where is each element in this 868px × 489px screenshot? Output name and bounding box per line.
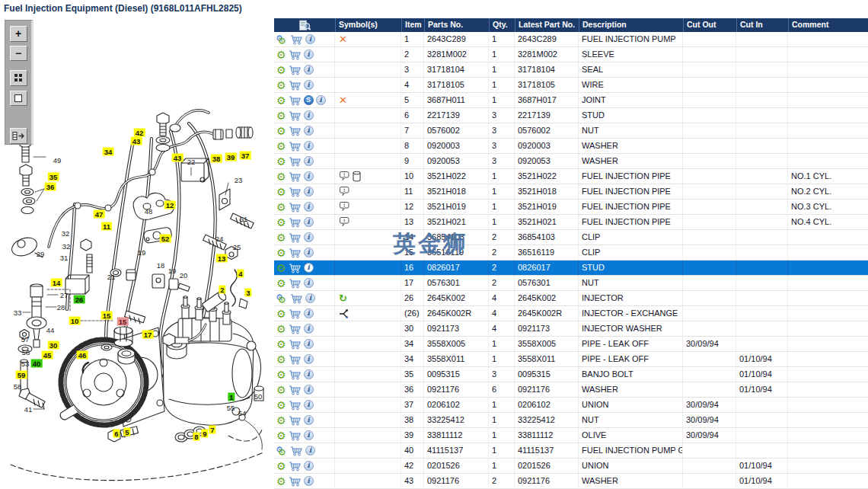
info-icon[interactable]: i: [304, 141, 314, 151]
table-row[interactable]: ⚙i9092005330920053WASHER: [274, 154, 868, 169]
table-row[interactable]: ⚙i7057600230576002NUT: [274, 123, 868, 139]
diagram-part-label[interactable]: 19: [167, 267, 178, 275]
gears-icon[interactable]: ⚙⚙: [276, 34, 288, 45]
diagram-part-label[interactable]: 49: [52, 156, 63, 165]
gear-icon[interactable]: ⚙: [276, 430, 286, 441]
info-icon[interactable]: i: [304, 415, 314, 425]
gear-icon[interactable]: ⚙: [276, 217, 286, 228]
table-row[interactable]: ⚙i42020152610201526UNION01/10/94: [274, 459, 868, 474]
gear-icon[interactable]: ⚙: [276, 461, 286, 471]
diagram-part-label[interactable]: 26: [74, 296, 85, 304]
diagram-part-label[interactable]: 22: [186, 158, 197, 166]
gear-icon[interactable]: ⚙: [276, 50, 286, 60]
diagram-part-label[interactable]: 32: [60, 229, 72, 238]
gear-icon[interactable]: ⚙: [276, 308, 286, 319]
cart-icon[interactable]: [289, 278, 302, 289]
diagram-part-label[interactable]: 46: [77, 351, 88, 360]
diagram-part-label[interactable]: 42: [134, 129, 145, 137]
diagram-part-label[interactable]: 47: [94, 210, 105, 219]
cart-icon[interactable]: [289, 385, 302, 395]
diagram-part-label[interactable]: 11: [101, 222, 112, 231]
table-row[interactable]: ⚙i133521H02113521H021FUEL INJECTION PIPE…: [274, 215, 868, 230]
cart-icon[interactable]: [289, 248, 302, 258]
gear-icon[interactable]: ⚙: [276, 156, 286, 167]
zoom-in-button[interactable]: +: [10, 26, 27, 42]
zoom-out-button[interactable]: −: [10, 46, 27, 62]
cart-icon[interactable]: [289, 65, 302, 75]
info-icon[interactable]: i: [304, 248, 314, 257]
diagram-part-label[interactable]: 31: [59, 254, 70, 262]
cart-icon[interactable]: [289, 141, 302, 152]
gear-icon[interactable]: ⚙: [276, 400, 286, 411]
cart-icon[interactable]: [290, 34, 303, 45]
diagram-part-label[interactable]: 37: [240, 152, 251, 160]
diagram-part-label[interactable]: 20: [178, 271, 190, 280]
table-row[interactable]: ⚙i(26)2645K002R42645K002RINJECTOR - EXCH…: [274, 306, 868, 321]
table-row[interactable]: ⚙i331718104131718104SEAL: [274, 62, 868, 78]
diagram-part-label[interactable]: 7: [209, 426, 215, 434]
table-row[interactable]: ⚙i37020610210206102UNION30/09/94: [274, 398, 868, 413]
diagram-part-label[interactable]: 9: [201, 430, 208, 438]
diagram-part-label[interactable]: 15: [101, 312, 113, 320]
diagram-part-label[interactable]: 13: [216, 254, 228, 263]
diagram-part-label[interactable]: 4: [237, 270, 244, 278]
diagram-part-label[interactable]: 39: [225, 153, 237, 161]
gear-icon[interactable]: ⚙: [276, 278, 286, 289]
cart-icon[interactable]: [289, 354, 302, 365]
table-row[interactable]: ⚙i35009531530095315BANJO BOLT01/10/94: [274, 367, 868, 382]
table-row[interactable]: ⚙Si✕53687H01113687H017JOINT: [274, 93, 868, 108]
diagram-part-label[interactable]: 15: [117, 318, 129, 326]
gear-icon[interactable]: ⚙: [276, 385, 286, 395]
info-icon[interactable]: i: [304, 308, 314, 318]
table-row[interactable]: ⚙i23281M00213281M002SLEEVE: [274, 47, 868, 62]
table-row[interactable]: ⚙i16082601720826017STUD: [274, 260, 868, 276]
info-icon[interactable]: i: [304, 126, 314, 136]
cart-icon[interactable]: [289, 95, 302, 106]
info-icon[interactable]: i: [304, 461, 314, 471]
info-icon[interactable]: i: [316, 95, 326, 105]
diagram-part-label[interactable]: 17: [142, 331, 154, 339]
gear-icon[interactable]: ⚙: [276, 263, 286, 273]
table-row[interactable]: ⚙i1536516119236516119CLIP: [274, 245, 868, 260]
diagram-part-label[interactable]: 56: [21, 348, 32, 356]
diagram-part-label[interactable]: 48: [143, 207, 155, 216]
table-row[interactable]: ⚙i6221713932217139STUD: [274, 108, 868, 123]
table-row[interactable]: ⚙i3933811112133811112OLIVE30/09/94: [274, 428, 868, 443]
diagram-part-label[interactable]: 57: [20, 335, 31, 344]
cart-icon[interactable]: [289, 415, 302, 426]
cart-icon[interactable]: [289, 217, 302, 228]
cart-icon[interactable]: [289, 156, 302, 167]
cart-icon[interactable]: [289, 369, 302, 380]
table-row[interactable]: ⚙i113521H01813521H018FUEL INJECTION PIPE…: [274, 184, 868, 200]
info-icon[interactable]: i: [304, 202, 314, 212]
info-icon[interactable]: i: [304, 187, 314, 197]
info-icon[interactable]: i: [304, 400, 314, 410]
diagram-part-label[interactable]: 27: [59, 291, 70, 299]
info-icon[interactable]: i: [304, 278, 314, 288]
table-row[interactable]: ⚙i3833225412133225412NUT30/09/94: [274, 413, 868, 428]
info-icon[interactable]: i: [304, 50, 314, 59]
cart-icon[interactable]: [289, 263, 302, 273]
fit-view-button[interactable]: [10, 91, 27, 107]
diagram-part-label[interactable]: 14: [51, 279, 62, 287]
cart-icon[interactable]: [290, 446, 303, 456]
cart-icon[interactable]: [290, 293, 303, 304]
diagram-part-label[interactable]: 55: [225, 404, 237, 412]
supersession-icon[interactable]: S: [304, 95, 314, 105]
diagram-part-label[interactable]: 5: [123, 428, 130, 436]
gear-icon[interactable]: ⚙: [276, 110, 286, 121]
table-row[interactable]: ⚙⚙i✕12643C28912643C289FUEL INJECTION PUM…: [274, 32, 868, 47]
diagram-part-label[interactable]: 23: [233, 176, 244, 184]
cart-icon[interactable]: [289, 400, 302, 411]
gears-icon[interactable]: ⚙⚙: [276, 292, 288, 304]
info-icon[interactable]: i: [304, 263, 314, 273]
info-icon[interactable]: i: [304, 369, 314, 379]
table-row[interactable]: ⚙i43092117620921176WASHER01/10/94: [274, 474, 868, 489]
gears-icon[interactable]: ⚙⚙: [276, 445, 288, 456]
cart-icon[interactable]: [289, 324, 302, 334]
gear-icon[interactable]: ⚙: [276, 248, 286, 258]
diagram-part-label[interactable]: 25: [231, 243, 243, 251]
diagram-part-label[interactable]: 43: [131, 137, 142, 145]
diagram-part-label[interactable]: 54: [237, 409, 248, 417]
diagram-part-label[interactable]: 6: [113, 430, 120, 438]
